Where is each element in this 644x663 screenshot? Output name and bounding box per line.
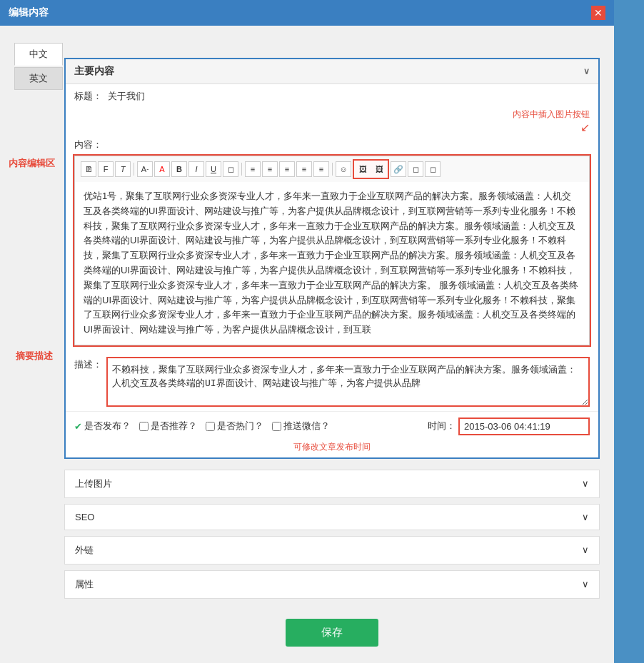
dialog-title: 编辑内容 [9, 6, 49, 19]
summary-field-label: 描述： [74, 357, 102, 371]
toolbar-align-right-btn[interactable]: ≡ [279, 161, 295, 177]
save-button-area: 保存 [64, 604, 600, 663]
hint-arrow-icon: ↙ [580, 121, 590, 133]
main-content-box: 主要内容 ∨ 标题： 内容中插入图片按钮 ↙ 内容： 🖹 F [64, 58, 600, 459]
main-section-title: 主要内容 [74, 65, 114, 78]
insert-image-hint-area: 内容中插入图片按钮 ↙ [66, 108, 598, 136]
tab-chinese[interactable]: 中文 [14, 43, 63, 66]
toolbar-source-btn[interactable]: ◻ [425, 161, 441, 177]
dialog: 编辑内容 ✕ 内容编辑区 摘要描述 中文 英文 主要内容 ∨ 标题： 内容中插入… [0, 0, 614, 663]
summary-label-annotation: 摘要描述 [16, 350, 53, 363]
hot-label: 是否热门？ [217, 420, 263, 432]
chevron-down-icon[interactable]: ∨ [583, 66, 590, 76]
toolbar-clear-btn[interactable]: ◻ [223, 161, 238, 177]
props-section: 属性 ∨ [64, 570, 600, 599]
time-field: 时间： [428, 417, 590, 435]
toolbar-font-btn[interactable]: F [98, 161, 114, 177]
links-section: 外链 ∨ [64, 536, 600, 565]
save-button[interactable]: 保存 [286, 619, 378, 647]
upload-chevron-icon: ∨ [582, 478, 589, 489]
seo-section-header[interactable]: SEO ∨ [65, 505, 599, 530]
main-section-header: 主要内容 ∨ [66, 59, 598, 84]
toolbar-table-btn[interactable]: ◻ [408, 161, 423, 177]
title-label: 标题： [74, 90, 102, 103]
editor-content[interactable]: 优站1号，聚集了互联网行业众多资深专业人才，多年来一直致力于企业互联网产品的解决… [75, 182, 589, 345]
recommend-checkbox[interactable] [139, 422, 149, 431]
toolbar-italic-btn[interactable]: I [188, 161, 204, 177]
title-input[interactable] [108, 91, 590, 102]
main-content-area: 主要内容 ∨ 标题： 内容中插入图片按钮 ↙ 内容： 🖹 F [64, 58, 600, 663]
publish-label[interactable]: 是否发布？ [84, 420, 131, 432]
title-bar: 编辑内容 ✕ [0, 0, 614, 26]
toolbar-insert-image-btn1[interactable]: 🖼 [355, 161, 371, 177]
seo-section-label: SEO [75, 512, 94, 522]
summary-section: 描述： 不赖科技，聚集了互联网行业众多资深专业人才，多年来一直致力于企业互联网产… [66, 353, 598, 411]
editor-area: 优站1号，聚集了互联网行业众多资深专业人才，多年来一直致力于企业互联网产品的解决… [74, 182, 590, 345]
toolbar-font-color-btn[interactable]: A [154, 161, 170, 177]
toolbar-list-btn[interactable]: ≡ [313, 161, 329, 177]
hot-checkbox[interactable] [206, 422, 215, 431]
upload-section-label: 上传图片 [75, 477, 112, 490]
tab-english[interactable]: 英文 [14, 67, 63, 90]
toolbar-paste-btn[interactable]: 🖹 [81, 161, 96, 177]
language-tabs: 中文 英文 [7, 36, 63, 91]
publish-checkbox-icon: ✔ [74, 421, 82, 432]
toolbar-sep-2 [241, 163, 242, 176]
toolbar-emoji-btn[interactable]: ☺ [336, 161, 351, 177]
toolbar-sep-1 [134, 163, 134, 176]
props-section-header[interactable]: 属性 ∨ [65, 571, 599, 598]
props-section-label: 属性 [75, 578, 94, 591]
recommend-option: 是否推荐？ [139, 420, 197, 432]
toolbar-insert-image-btn2[interactable]: 🖼 [371, 161, 387, 177]
wechat-label: 推送微信？ [283, 420, 330, 432]
seo-chevron-icon: ∨ [582, 512, 589, 522]
close-button[interactable]: ✕ [591, 6, 605, 20]
content-label: 内容： [66, 136, 598, 154]
toolbar-align-left-btn[interactable]: ≡ [245, 161, 261, 177]
upload-section-header[interactable]: 上传图片 ∨ [65, 470, 599, 497]
upload-section: 上传图片 ∨ [64, 470, 600, 498]
links-section-header[interactable]: 外链 ∨ [65, 537, 599, 564]
links-section-label: 外链 [75, 544, 94, 557]
wechat-checkbox[interactable] [272, 422, 281, 431]
toolbar-underline-btn[interactable]: U [206, 161, 221, 177]
publish-options-row: ✔ 是否发布？ 是否推荐？ 是否热门？ 推送微信？ 时间： [66, 411, 598, 441]
props-chevron-icon: ∨ [582, 579, 589, 589]
links-chevron-icon: ∨ [582, 545, 589, 555]
seo-section: SEO ∨ [64, 504, 600, 530]
image-insert-group: 🖼 🖼 [353, 159, 389, 179]
toolbar-sep-3 [332, 163, 333, 176]
time-hint-text: 可修改文章发布时间 [66, 441, 598, 457]
insert-image-hint-text: 内容中插入图片按钮 [513, 109, 590, 119]
publish-option: ✔ 是否发布？ [74, 420, 131, 432]
title-field-row: 标题： [66, 84, 598, 108]
recommend-label: 是否推荐？ [151, 420, 197, 432]
time-input[interactable] [458, 417, 590, 435]
toolbar-font-size-down-btn[interactable]: A- [137, 161, 153, 177]
hot-option: 是否热门？ [206, 420, 263, 432]
editor-toolbar: 🖹 F T A- A B I U ◻ ≡ ≡ ≡ ≡ ≡ [74, 156, 590, 182]
content-editor-label: 内容编辑区 [9, 157, 55, 170]
editor-wrapper: 🖹 F T A- A B I U ◻ ≡ ≡ ≡ ≡ ≡ [73, 154, 591, 347]
wechat-option: 推送微信？ [272, 420, 330, 432]
toolbar-align-center-btn[interactable]: ≡ [262, 161, 278, 177]
time-label: 时间： [428, 420, 456, 432]
toolbar-link-btn[interactable]: 🔗 [391, 161, 406, 177]
summary-textarea[interactable]: 不赖科技，聚集了互联网行业众多资深专业人才，多年来一直致力于企业互联网产品的解决… [106, 357, 590, 407]
toolbar-text-btn[interactable]: T [115, 161, 131, 177]
toolbar-bold-btn[interactable]: B [171, 161, 187, 177]
toolbar-indent-btn[interactable]: ≡ [296, 161, 312, 177]
